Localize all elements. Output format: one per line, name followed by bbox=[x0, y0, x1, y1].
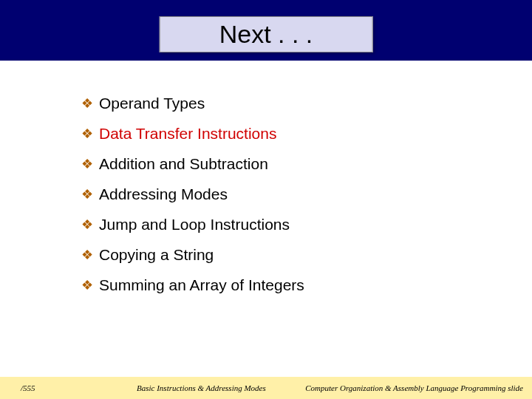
list-item: ❖ Addition and Subtraction bbox=[81, 155, 304, 173]
slide-title: Next . . . bbox=[160, 16, 373, 52]
header-bar: Next . . . bbox=[0, 0, 532, 61]
list-item: ❖ Data Transfer Instructions bbox=[81, 125, 304, 143]
item-label: Jump and Loop Instructions bbox=[99, 216, 290, 233]
diamond-bullet-icon: ❖ bbox=[81, 156, 93, 172]
item-label: Data Transfer Instructions bbox=[99, 125, 276, 143]
list-item: ❖ Jump and Loop Instructions bbox=[81, 216, 304, 233]
diamond-bullet-icon: ❖ bbox=[81, 247, 93, 263]
diamond-bullet-icon: ❖ bbox=[81, 126, 93, 142]
diamond-bullet-icon: ❖ bbox=[81, 186, 93, 202]
item-label: Copying a String bbox=[99, 246, 214, 264]
footer-bar: /555 Basic Instructions & Addressing Mod… bbox=[0, 377, 532, 399]
footer-page-number: /555 bbox=[21, 383, 35, 392]
footer-center-text: Basic Instructions & Addressing Modes bbox=[137, 383, 266, 392]
item-label: Operand Types bbox=[99, 95, 205, 112]
content-list: ❖ Operand Types ❖ Data Transfer Instruct… bbox=[81, 95, 304, 307]
item-label: Addition and Subtraction bbox=[99, 155, 268, 173]
diamond-bullet-icon: ❖ bbox=[81, 277, 93, 293]
item-label: Summing an Array of Integers bbox=[99, 276, 304, 294]
footer-right-text: Computer Organization & Assembly Languag… bbox=[305, 383, 523, 392]
list-item: ❖ Summing an Array of Integers bbox=[81, 276, 304, 294]
diamond-bullet-icon: ❖ bbox=[81, 216, 93, 233]
list-item: ❖ Operand Types bbox=[81, 95, 304, 112]
diamond-bullet-icon: ❖ bbox=[81, 95, 93, 112]
item-label: Addressing Modes bbox=[99, 185, 228, 203]
list-item: ❖ Copying a String bbox=[81, 246, 304, 264]
list-item: ❖ Addressing Modes bbox=[81, 185, 304, 203]
